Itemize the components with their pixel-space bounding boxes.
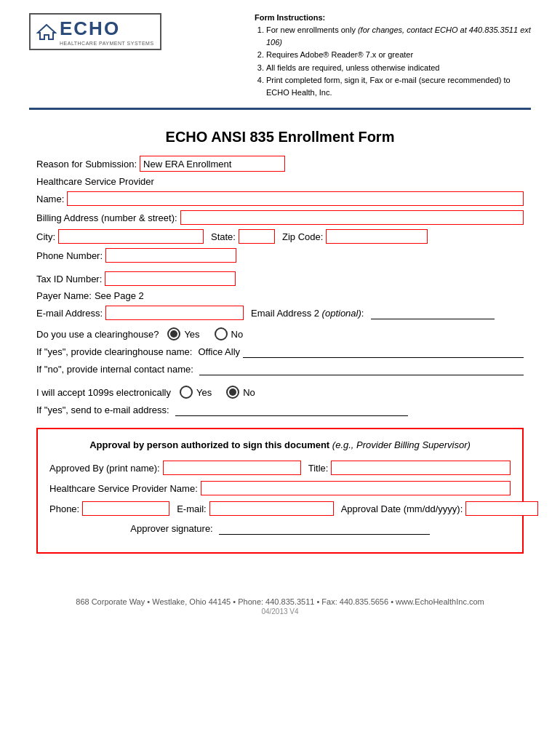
clearinghouse-no-option[interactable]: No: [215, 327, 244, 340]
title-label: Title:: [308, 463, 329, 474]
logo-area: ECHO HEALTHCARE PAYMENT SYSTEMS: [29, 13, 161, 50]
header: ECHO HEALTHCARE PAYMENT SYSTEMS Form Ins…: [0, 0, 560, 99]
reason-row: Reason for Submission:: [36, 156, 524, 172]
email-1099-row: If "yes", send to e-mail address:: [36, 403, 524, 416]
phone-label: Phone Number:: [36, 250, 103, 261]
approval-title-text: Approval by person authorized to sign th…: [89, 439, 329, 450]
city-row: City: State: Zip Code:: [36, 229, 524, 244]
accept-1099-no-radio[interactable]: [226, 386, 239, 399]
approver-sig-input[interactable]: [219, 522, 430, 535]
approved-by-label: Approved By (print name):: [49, 463, 160, 474]
email-1099-input[interactable]: [175, 403, 408, 416]
taxid-label: Tax ID Number:: [36, 274, 102, 284]
state-input[interactable]: [239, 229, 275, 244]
clearinghouse-name-label: If "yes", provide clearinghouse name:: [36, 346, 192, 357]
title-input[interactable]: [331, 461, 511, 475]
clearinghouse-yes-radio[interactable]: [167, 327, 180, 340]
approver-sig-row: Approver signature:: [49, 522, 511, 535]
clearinghouse-no-radio[interactable]: [215, 327, 228, 340]
logo-box: ECHO HEALTHCARE PAYMENT SYSTEMS: [29, 13, 161, 50]
logo-text: ECHO: [60, 17, 154, 40]
taxid-input[interactable]: [105, 271, 236, 286]
approval-email-label: E-mail:: [177, 503, 206, 514]
billing-input[interactable]: [180, 210, 524, 225]
clearinghouse-name-input[interactable]: [243, 345, 524, 358]
email-input[interactable]: [105, 306, 244, 320]
approved-by-row: Approved By (print name): Title:: [49, 461, 511, 475]
house-icon: [36, 23, 57, 41]
payer-row: Payer Name: See Page 2: [36, 290, 524, 301]
internal-contact-row: If "no", provide internal contact name:: [36, 362, 524, 375]
email-row: E-mail Address: Email Address 2 (optiona…: [36, 306, 524, 320]
footer-address: 868 Corporate Way • Westlake, Ohio 44145…: [0, 597, 560, 606]
phone-email-date-row: Phone: E-mail: Approval Date (mm/dd/yyyy…: [49, 501, 511, 516]
clearinghouse-name-value: Office Ally: [198, 346, 240, 357]
footer-version: 04/2013 V4: [0, 607, 560, 615]
instruction-4: Print completed form, sign it, Fax or e-…: [266, 74, 531, 98]
zip-label: Zip Code:: [282, 231, 323, 242]
phone-input[interactable]: [105, 248, 236, 263]
hsp-name-row: Healthcare Service Provider Name:: [49, 481, 511, 495]
approver-sig-label: Approver signature:: [130, 523, 212, 534]
accept-1099-no-option[interactable]: No: [226, 386, 255, 399]
accept-1099-yes-radio[interactable]: [180, 386, 193, 399]
phone-row: Phone Number:: [36, 248, 524, 263]
billing-row: Billing Address (number & street):: [36, 210, 524, 225]
accept-1099-yes-option[interactable]: Yes: [180, 386, 212, 399]
email2-input[interactable]: [371, 306, 495, 319]
hsp-name-input[interactable]: [201, 481, 511, 495]
yes-label: Yes: [184, 329, 199, 340]
page: ECHO HEALTHCARE PAYMENT SYSTEMS Form Ins…: [0, 0, 560, 745]
yes-1099-label: Yes: [196, 387, 212, 398]
main-content: ECHO ANSI 835 Enrollment Form Reason for…: [0, 110, 560, 568]
email2-label: Email Address 2 (optional):: [251, 308, 364, 319]
approval-phone-label: Phone:: [49, 503, 79, 514]
internal-contact-label: If "no", provide internal contact name:: [36, 364, 193, 375]
clearinghouse-yes-option[interactable]: Yes: [167, 327, 199, 340]
no-label: No: [231, 329, 244, 340]
city-label: City:: [36, 231, 55, 242]
payer-value: See Page 2: [95, 290, 144, 301]
reason-label: Reason for Submission:: [36, 159, 137, 170]
zip-input[interactable]: [326, 229, 428, 244]
instruction-1-italic: (for changes, contact ECHO at 440.835.35…: [266, 25, 531, 47]
instruction-2: Requires Adobe® Reader® 7.x or greater: [266, 49, 531, 61]
footer: 868 Corporate Way • Westlake, Ohio 44145…: [0, 597, 560, 623]
instruction-3: All fields are required, unless otherwis…: [266, 62, 531, 74]
form-title: ECHO ANSI 835 Enrollment Form: [36, 129, 524, 146]
name-row: Name:: [36, 191, 524, 206]
approval-date-label: Approval Date (mm/dd/yyyy):: [341, 503, 463, 514]
taxid-row: Tax ID Number:: [36, 271, 524, 286]
accept-1099-row: I will accept 1099s electronically Yes N…: [36, 386, 524, 399]
instructions-list: For new enrollments only (for changes, c…: [255, 24, 531, 98]
accept-1099-label: I will accept 1099s electronically: [36, 387, 171, 398]
instruction-1: For new enrollments only (for changes, c…: [266, 24, 531, 48]
city-input[interactable]: [58, 229, 204, 244]
clearinghouse-row: Do you use a clearinghouse? Yes No: [36, 327, 524, 340]
approved-by-input[interactable]: [163, 461, 301, 475]
internal-contact-input[interactable]: [199, 362, 524, 375]
name-label: Name:: [36, 194, 64, 204]
email-label: E-mail Address:: [36, 308, 103, 319]
payer-label: Payer Name:: [36, 290, 92, 301]
email-1099-label: If "yes", send to e-mail address:: [36, 405, 169, 415]
name-input[interactable]: [67, 191, 524, 206]
approval-box: Approval by person authorized to sign th…: [36, 428, 524, 554]
billing-label: Billing Address (number & street):: [36, 212, 177, 223]
logo-subtitle: HEALTHCARE PAYMENT SYSTEMS: [60, 41, 154, 46]
no-1099-label: No: [243, 387, 255, 398]
approval-email-input[interactable]: [209, 501, 334, 516]
clearinghouse-name-row: If "yes", provide clearinghouse name: Of…: [36, 345, 524, 358]
approval-date-input[interactable]: [465, 501, 538, 516]
svg-marker-0: [38, 25, 55, 39]
form-instructions: Form Instructions: For new enrollments o…: [255, 13, 531, 99]
approval-phone-input[interactable]: [82, 501, 169, 516]
state-label: State:: [211, 231, 236, 242]
section-heading: Healthcare Service Provider: [36, 176, 524, 187]
hsp-name-label: Healthcare Service Provider Name:: [49, 483, 198, 494]
approval-title-italic: (e.g., Provider Billing Supervisor): [332, 439, 471, 450]
instructions-title: Form Instructions:: [255, 13, 531, 22]
clearinghouse-question: Do you use a clearinghouse?: [36, 329, 159, 340]
reason-input[interactable]: [140, 156, 285, 172]
approval-title: Approval by person authorized to sign th…: [49, 439, 511, 450]
